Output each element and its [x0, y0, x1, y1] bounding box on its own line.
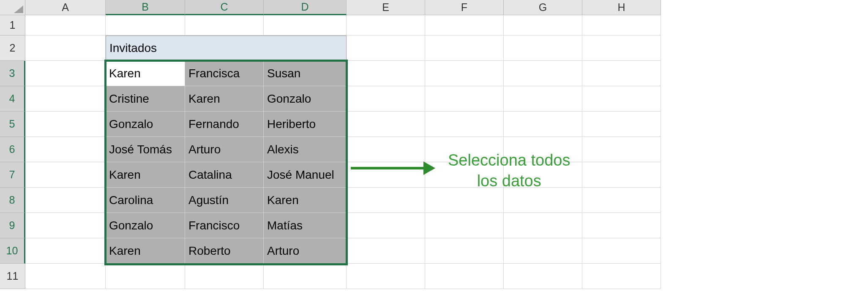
cell-E11[interactable]: [347, 264, 425, 289]
cell-A6[interactable]: [25, 137, 106, 162]
col-header-E[interactable]: E: [347, 0, 425, 15]
cell-F9[interactable]: [425, 213, 504, 238]
cell-F4[interactable]: [425, 86, 504, 112]
cell-G5[interactable]: [504, 112, 582, 137]
col-header-F[interactable]: F: [425, 0, 504, 15]
row-header-5[interactable]: 5: [0, 112, 25, 137]
cell-D6[interactable]: Alexis: [264, 137, 347, 162]
cell-G3[interactable]: [504, 61, 582, 86]
cell-E9[interactable]: [347, 213, 425, 238]
cell-A7[interactable]: [25, 162, 106, 188]
cell-C6[interactable]: Arturo: [185, 137, 264, 162]
cell-E4[interactable]: [347, 86, 425, 112]
cell-C10[interactable]: Roberto: [185, 238, 264, 264]
col-header-C[interactable]: C: [185, 0, 264, 15]
cell-D9[interactable]: Matías: [264, 213, 347, 238]
cell-C1[interactable]: [185, 15, 264, 35]
col-header-H[interactable]: H: [582, 0, 661, 15]
cell-G4[interactable]: [504, 86, 582, 112]
row-header-2[interactable]: 2: [0, 35, 25, 61]
cell-H4[interactable]: [582, 86, 661, 112]
cell-G11[interactable]: [504, 264, 582, 289]
cell-B5[interactable]: Gonzalo: [106, 112, 185, 137]
cell-A11[interactable]: [25, 264, 106, 289]
cell-H9[interactable]: [582, 213, 661, 238]
cell-G2[interactable]: [504, 35, 582, 61]
row-header-4[interactable]: 4: [0, 86, 25, 112]
cell-B9[interactable]: Gonzalo: [106, 213, 185, 238]
cell-G10[interactable]: [504, 238, 582, 264]
cell-G1[interactable]: [504, 15, 582, 35]
row-header-1[interactable]: 1: [0, 15, 25, 35]
cell-D11[interactable]: [264, 264, 347, 289]
cell-B6[interactable]: José Tomás: [106, 137, 185, 162]
cell-H6[interactable]: [582, 137, 661, 162]
cell-C4[interactable]: Karen: [185, 86, 264, 112]
cell-B7[interactable]: Karen: [106, 162, 185, 188]
cell-C5[interactable]: Fernando: [185, 112, 264, 137]
cell-A9[interactable]: [25, 213, 106, 238]
cell-F1[interactable]: [425, 15, 504, 35]
row-header-7[interactable]: 7: [0, 162, 25, 188]
cell-H5[interactable]: [582, 112, 661, 137]
cell-B11[interactable]: [106, 264, 185, 289]
cell-H2[interactable]: [582, 35, 661, 61]
cell-A10[interactable]: [25, 238, 106, 264]
cell-C3[interactable]: Francisca: [185, 61, 264, 86]
cell-F10[interactable]: [425, 238, 504, 264]
row-header-11[interactable]: 11: [0, 264, 25, 289]
cell-B1[interactable]: [106, 15, 185, 35]
cell-A5[interactable]: [25, 112, 106, 137]
cell-E6[interactable]: [347, 137, 425, 162]
row-header-9[interactable]: 9: [0, 213, 25, 238]
cell-E3[interactable]: [347, 61, 425, 86]
cell-D8[interactable]: Karen: [264, 188, 347, 213]
cell-H3[interactable]: [582, 61, 661, 86]
col-header-G[interactable]: G: [504, 0, 582, 15]
cell-D4[interactable]: Gonzalo: [264, 86, 347, 112]
row-header-8[interactable]: 8: [0, 188, 25, 213]
row-header-6[interactable]: 6: [0, 137, 25, 162]
cell-B10[interactable]: Karen: [106, 238, 185, 264]
cell-E10[interactable]: [347, 238, 425, 264]
cell-A4[interactable]: [25, 86, 106, 112]
cell-H1[interactable]: [582, 15, 661, 35]
cell-F5[interactable]: [425, 112, 504, 137]
cell-H10[interactable]: [582, 238, 661, 264]
cell-B2-merged[interactable]: Invitados: [106, 35, 347, 61]
cell-B8[interactable]: Carolina: [106, 188, 185, 213]
cell-C8[interactable]: Agustín: [185, 188, 264, 213]
cell-H11[interactable]: [582, 264, 661, 289]
cell-A2[interactable]: [25, 35, 106, 61]
select-all-corner[interactable]: [0, 0, 25, 15]
cell-F3[interactable]: [425, 61, 504, 86]
cell-C7[interactable]: Catalina: [185, 162, 264, 188]
cell-G9[interactable]: [504, 213, 582, 238]
cell-H7[interactable]: [582, 162, 661, 188]
cell-D1[interactable]: [264, 15, 347, 35]
cell-A3[interactable]: [25, 61, 106, 86]
cell-E1[interactable]: [347, 15, 425, 35]
cell-A1[interactable]: [25, 15, 106, 35]
cell-F11[interactable]: [425, 264, 504, 289]
row-header-3[interactable]: 3: [0, 61, 25, 86]
row-5: 5 Gonzalo Fernando Heriberto: [0, 112, 868, 137]
col-header-A[interactable]: A: [25, 0, 106, 15]
col-header-B[interactable]: B: [106, 0, 185, 15]
cell-D5[interactable]: Heriberto: [264, 112, 347, 137]
cell-C9[interactable]: Francisco: [185, 213, 264, 238]
cell-H8[interactable]: [582, 188, 661, 213]
cell-B3[interactable]: Karen: [106, 61, 185, 86]
cell-A8[interactable]: [25, 188, 106, 213]
cell-C11[interactable]: [185, 264, 264, 289]
cell-F2[interactable]: [425, 35, 504, 61]
cell-D3[interactable]: Susan: [264, 61, 347, 86]
cell-E5[interactable]: [347, 112, 425, 137]
row-header-10[interactable]: 10: [0, 238, 25, 264]
cell-D10[interactable]: Arturo: [264, 238, 347, 264]
cell-D7[interactable]: José Manuel: [264, 162, 347, 188]
cell-E8[interactable]: [347, 188, 425, 213]
col-header-D[interactable]: D: [264, 0, 347, 15]
cell-B4[interactable]: Cristine: [106, 86, 185, 112]
cell-E2[interactable]: [347, 35, 425, 61]
